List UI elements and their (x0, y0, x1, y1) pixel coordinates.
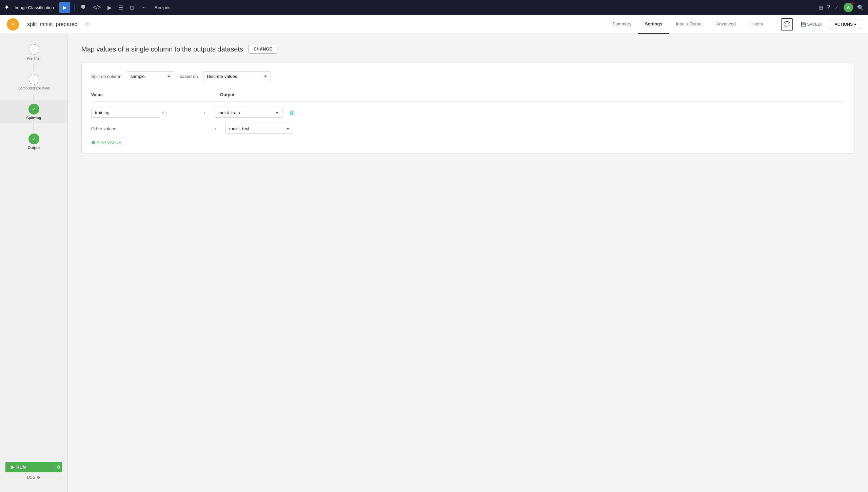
avatar-notification-badge (851, 2, 854, 5)
connector-1 (34, 64, 34, 70)
text-type-icon: Aa (162, 110, 167, 115)
nav-more-icon[interactable]: ··· (139, 3, 147, 12)
content-title: Map values of a single column to the out… (81, 45, 243, 53)
app-logo: ✦ (4, 4, 9, 11)
tab-advanced[interactable]: Advanced (709, 15, 743, 34)
sub-header-tabs: Summary Settings Input / Output Advanced… (606, 15, 770, 34)
output-column-header: Output (220, 92, 845, 97)
sidebar: ↓ Pre-filter ○ Computed columns ✓ Splitt… (0, 34, 68, 492)
saved-button[interactable]: 💾 SAVED! (796, 20, 827, 29)
sidebar-bottom: ▶ RUN ⚙ DSS ⚙ (0, 456, 67, 485)
comment-button[interactable]: 💬 (781, 18, 793, 30)
other-values-arrow-icon: → (212, 126, 217, 132)
nav-run-icon[interactable]: ▶ (105, 3, 114, 12)
help-icon[interactable]: ? (827, 4, 830, 11)
nav-separator (74, 4, 75, 11)
computed-columns-label: Computed columns (18, 86, 50, 90)
run-settings-button[interactable]: ⚙ (55, 462, 62, 472)
sidebar-item-computed-columns[interactable]: ○ Computed columns (0, 70, 67, 94)
sub-header: ☀ split_mnist_prepared ⓘ Summary Setting… (0, 15, 868, 34)
grid-icon[interactable]: ⊞ (818, 4, 823, 11)
value-column-header: Value (91, 92, 200, 97)
value-input-wrap: Aa (91, 108, 193, 118)
save-icon: 💾 (801, 22, 806, 27)
splitting-label: Splitting (26, 116, 41, 120)
tab-summary[interactable]: Summary (606, 15, 638, 34)
app-title: Image Classification (15, 5, 54, 10)
pre-filter-node: ↓ (28, 44, 39, 55)
dss-label: DSS ⚙ (27, 475, 41, 480)
search-icon[interactable]: 🔍 (857, 4, 864, 11)
recipes-label: Recipes (155, 5, 171, 10)
main-layout: ↓ Pre-filter ○ Computed columns ✓ Splitt… (0, 34, 868, 492)
split-label: Split on column (91, 74, 121, 79)
avatar[interactable]: A (844, 3, 853, 12)
connector-2 (34, 94, 34, 100)
recipe-info-icon[interactable]: ⓘ (85, 21, 90, 27)
nav-deploy-icon[interactable]: ☰ (116, 3, 125, 12)
run-button[interactable]: ▶ RUN (5, 462, 55, 472)
tab-settings[interactable]: Settings (638, 15, 669, 34)
sidebar-item-output[interactable]: ✓ Output (0, 130, 67, 153)
actions-button[interactable]: ACTIONS ▾ (830, 20, 861, 29)
arrow-icon: → (201, 110, 206, 116)
delete-row-button[interactable]: 🗑 (289, 110, 295, 116)
connector-3 (34, 123, 34, 130)
add-value-button[interactable]: ⊕ ADD VALUE (91, 140, 121, 145)
content: Map values of a single column to the out… (68, 34, 868, 492)
change-button[interactable]: CHANGE (249, 45, 277, 54)
tab-input-output[interactable]: Input / Output (669, 15, 709, 34)
nav-code-icon[interactable]: </> (91, 3, 103, 12)
config-panel: Split on column sample based on Discrete… (81, 63, 854, 153)
other-values-output-select[interactable]: mnist_test mnist_train (225, 124, 293, 134)
table-row: Aa → mnist_train mnist_test 🗑 (91, 108, 845, 118)
add-value-plus-icon: ⊕ (91, 140, 95, 145)
sub-header-actions: 💬 💾 SAVED! ACTIONS ▾ (781, 18, 861, 30)
output-select-training[interactable]: mnist_train mnist_test (215, 108, 282, 118)
based-on-select[interactable]: Discrete values Numerical ranges (203, 71, 271, 81)
sidebar-item-pre-filter[interactable]: ↓ Pre-filter (0, 41, 67, 64)
nav-monitor-icon[interactable]: ⊡ (128, 3, 136, 12)
split-row: Split on column sample based on Discrete… (91, 71, 845, 81)
output-label: Output (27, 146, 40, 150)
nav-settings-icon[interactable]: ⛊ (79, 3, 88, 12)
computed-columns-node: ○ (28, 74, 39, 85)
tab-history[interactable]: History (743, 15, 770, 34)
content-header: Map values of a single column to the out… (81, 45, 854, 54)
nav-pipeline-btn[interactable]: ▶ (59, 2, 70, 13)
split-column-select[interactable]: sample (127, 71, 174, 81)
dss-settings-icon[interactable]: ⚙ (37, 475, 40, 480)
avatar-initials: A (847, 5, 850, 10)
chart-icon[interactable]: ⟋ (834, 4, 840, 11)
value-input-training[interactable] (91, 108, 159, 118)
pre-filter-label: Pre-filter (27, 56, 41, 60)
recipe-logo: ☀ (7, 18, 19, 30)
splitting-node: ✓ (28, 104, 39, 115)
run-icon: ▶ (11, 465, 14, 470)
top-nav-right: ⊞ ? ⟋ A 🔍 (818, 3, 864, 12)
top-nav: ✦ Image Classification ▶ ⛊ </> ▶ ☰ ⊡ ···… (0, 0, 868, 15)
recipe-title: split_mnist_prepared (27, 21, 78, 27)
sidebar-item-splitting[interactable]: ✓ Splitting (0, 100, 67, 123)
other-values-label: Other values (91, 126, 193, 131)
recipe-logo-icon: ☀ (11, 21, 15, 27)
actions-chevron-icon: ▾ (854, 22, 856, 27)
other-values-row: Other values → mnist_test mnist_train (91, 124, 845, 134)
output-node: ✓ (28, 134, 39, 144)
based-on-label: based on (180, 74, 198, 79)
